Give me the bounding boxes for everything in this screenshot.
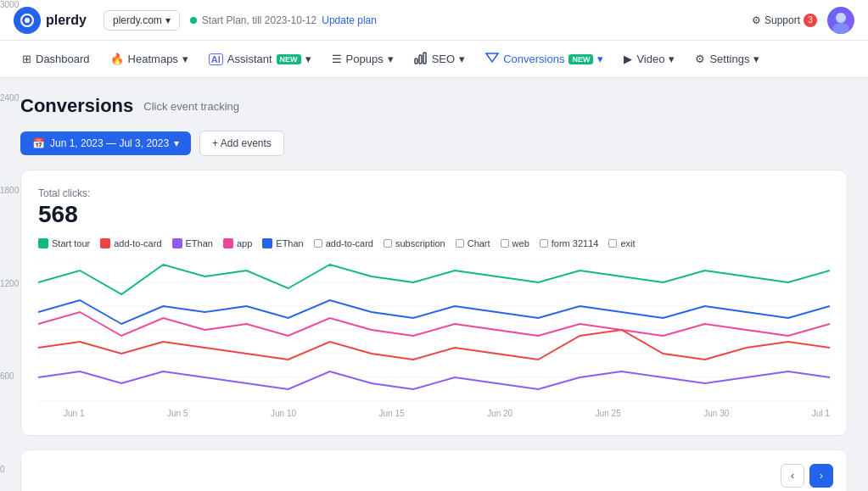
nav-item-conversions[interactable]: Conversions NEW ▾ (477, 46, 612, 72)
logo-text: plerdy (46, 13, 87, 28)
legend-label: exit (620, 238, 635, 248)
heatmaps-icon: 🔥 (110, 53, 124, 65)
seo-icon (414, 51, 428, 67)
nav-item-video[interactable]: ▶ Video ▾ (615, 47, 683, 70)
svg-point-2 (836, 13, 846, 23)
legend-label: Chart (468, 238, 490, 248)
chevron-down-icon: ▾ (182, 53, 188, 65)
svg-rect-4 (415, 59, 417, 64)
total-clicks-label: Total clicks: (38, 187, 830, 199)
legend-item-web[interactable]: web (501, 238, 529, 248)
pagination-next-button[interactable]: › (809, 464, 833, 488)
svg-marker-7 (486, 53, 498, 62)
chart-card: Total clicks: 568 Start tour add-to-card… (20, 170, 848, 436)
chevron-left-icon: ‹ (791, 470, 794, 482)
gear-icon: ⚙ (752, 14, 761, 26)
page-subtitle: Click event tracking (143, 100, 239, 113)
nav-label-settings: Settings (709, 53, 749, 65)
legend-item-form[interactable]: form 32114 (540, 238, 599, 248)
chevron-down-icon: ▾ (388, 53, 394, 65)
unchecked-checkbox (540, 239, 548, 248)
unchecked-checkbox (608, 239, 617, 248)
site-name: plerdy.com (113, 14, 162, 26)
legend-label: web (512, 238, 529, 248)
chevron-down-icon: ▾ (669, 53, 675, 65)
nav-item-settings[interactable]: ⚙ Settings ▾ (686, 47, 768, 70)
legend-item-app[interactable]: app (223, 238, 252, 248)
legend-item-subscription[interactable]: subscription (384, 238, 445, 248)
support-label: Support (764, 14, 800, 26)
legend-label: app (237, 238, 252, 248)
popups-icon: ☰ (332, 53, 342, 65)
unchecked-checkbox (456, 239, 464, 248)
page-header: Conversions Click event tracking (20, 95, 848, 117)
support-count-badge: 3 (804, 14, 817, 27)
y-axis-labels: 3000 2400 1800 1200 600 0 (0, 0, 27, 491)
chevron-down-icon: ▾ (597, 53, 603, 65)
unchecked-checkbox (501, 239, 509, 248)
chevron-right-icon: › (820, 470, 823, 482)
add-events-button[interactable]: + Add events (199, 131, 284, 156)
legend-label: EThan (276, 238, 303, 248)
svg-point-3 (832, 23, 849, 34)
nav-label-dashboard: Dashboard (36, 53, 90, 65)
date-range-label: Jun 1, 2023 — Jul 3, 2023 (50, 137, 169, 149)
unchecked-checkbox (314, 239, 322, 248)
main-navigation: ⊞ Dashboard 🔥 Heatmaps ▾ AI Assistant NE… (0, 41, 868, 78)
nav-label-heatmaps: Heatmaps (128, 53, 178, 65)
user-avatar[interactable] (827, 7, 854, 34)
pagination-prev-button[interactable]: ‹ (781, 464, 804, 488)
new-badge: NEW (277, 54, 301, 64)
legend-label: EThan (186, 238, 213, 248)
chevron-down-icon: ▾ (165, 14, 171, 26)
support-button[interactable]: ⚙ Support 3 (752, 14, 817, 27)
legend-item-chart[interactable]: Chart (456, 238, 490, 248)
nav-label-assistant: Assistant (227, 53, 272, 65)
legend-label: form 32114 (552, 238, 599, 248)
x-axis-labels: Jun 1 Jun 5 Jun 10 Jun 15 Jun 20 Jun 25 … (38, 409, 830, 418)
legend-item-start-tour[interactable]: Start tour (38, 238, 90, 248)
conversions-icon (485, 51, 499, 67)
settings-icon: ⚙ (695, 53, 705, 65)
legend-label: add-to-card (114, 238, 161, 248)
nav-label-seo: SEO (432, 53, 455, 65)
legend-item-exit[interactable]: exit (608, 238, 635, 248)
nav-item-popups[interactable]: ☰ Popups ▾ (323, 47, 402, 70)
legend-item-ethan2[interactable]: EThan (262, 238, 303, 248)
date-range-button[interactable]: 📅 Jun 1, 2023 — Jul 3, 2023 ▾ (20, 131, 191, 155)
new-badge: NEW (568, 54, 593, 64)
plan-text: Start Plan, till 2023-10-12 (202, 14, 316, 26)
table-pagination: ‹ › (35, 464, 833, 488)
nav-label-video: Video (636, 53, 664, 65)
legend-label: add-to-card (326, 238, 373, 248)
nav-item-heatmaps[interactable]: 🔥 Heatmaps ▾ (102, 47, 197, 70)
legend-item-add-to-card2[interactable]: add-to-card (314, 238, 373, 248)
page-title: Conversions (20, 95, 133, 117)
chevron-down-icon: ▾ (305, 53, 311, 65)
toolbar: 📅 Jun 1, 2023 — Jul 3, 2023 ▾ + Add even… (20, 131, 848, 156)
nav-label-conversions: Conversions (503, 53, 564, 65)
plan-status-dot (190, 17, 197, 24)
chart-svg (38, 259, 830, 403)
top-navigation: plerdy plerdy.com ▾ Start Plan, till 202… (0, 0, 868, 41)
table-card: ‹ › Page URL / □ / □ Report Traffic, % (20, 449, 848, 491)
page-content: Conversions Click event tracking 📅 Jun 1… (0, 78, 868, 491)
legend-label: subscription (395, 238, 445, 248)
chevron-down-icon: ▾ (459, 53, 465, 65)
chevron-down-icon: ▾ (174, 137, 179, 149)
nav-label-popups: Popups (346, 53, 384, 65)
svg-rect-5 (419, 55, 422, 64)
total-clicks-value: 568 (38, 201, 830, 228)
svg-rect-6 (423, 53, 426, 64)
nav-item-seo[interactable]: SEO ▾ (406, 46, 473, 72)
nav-item-assistant[interactable]: AI Assistant NEW ▾ (200, 47, 320, 70)
site-selector[interactable]: plerdy.com ▾ (104, 10, 180, 31)
update-plan-link[interactable]: Update plan (322, 14, 377, 26)
legend-item-ethan1[interactable]: EThan (172, 238, 213, 248)
add-events-label: + Add events (212, 137, 272, 149)
calendar-icon: 📅 (32, 137, 45, 149)
video-icon: ▶ (624, 53, 632, 65)
ai-icon: AI (209, 53, 223, 65)
legend-item-add-to-card[interactable]: add-to-card (100, 238, 161, 248)
chart-legend: Start tour add-to-card EThan app EThan a… (38, 238, 830, 248)
